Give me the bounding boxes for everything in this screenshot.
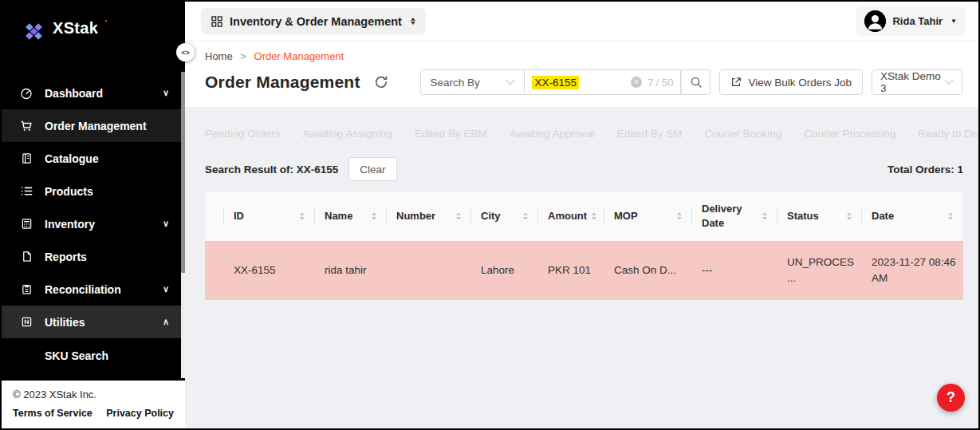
tab-awaiting-approval[interactable]: Awaiting Approval	[510, 128, 595, 140]
breadcrumb-separator: >	[240, 50, 246, 62]
sidebar-menu: Dashboard ∨ Order Management Catalogue	[2, 77, 185, 381]
cell-id: XX-6155	[224, 256, 315, 285]
tab-ready-to-dispatch[interactable]: Ready to Dispatch	[918, 128, 980, 140]
breadcrumb-current-link[interactable]: Order Management	[254, 50, 344, 62]
column-header-name[interactable]: Name	[315, 191, 387, 241]
sort-icon[interactable]	[842, 212, 852, 220]
sort-icon[interactable]	[518, 212, 528, 220]
cell-city: Lahore	[471, 256, 538, 285]
search-by-select[interactable]: Search By	[420, 69, 525, 95]
privacy-policy-link[interactable]: Privacy Policy	[106, 408, 174, 419]
brand-name: XStak	[53, 19, 98, 37]
tab-edited-by-sm[interactable]: Edited By SM	[617, 128, 683, 140]
brand-logo[interactable]: XStak'	[2, 2, 185, 77]
sidebar-footer: © 2023 XStak Inc. Terms of Service Priva…	[2, 381, 185, 428]
column-header-amount[interactable]: Amount	[538, 191, 604, 241]
search-input[interactable]: XX-6155 × 7 / 50	[525, 69, 681, 95]
tab-edited-by-ebm[interactable]: Edited By EBM	[415, 128, 487, 140]
table-header-row: ID Name Number City	[205, 191, 963, 241]
sort-icon[interactable]	[295, 212, 305, 220]
catalogue-icon	[20, 152, 33, 164]
sidebar-item-utilities[interactable]: Utilities ∧	[2, 306, 185, 338]
tab-courier-processing[interactable]: Courier Processing	[804, 128, 895, 140]
refresh-icon[interactable]	[374, 75, 388, 89]
chevron-down-icon: ∨	[163, 88, 169, 98]
column-header-mop[interactable]: MOP	[604, 191, 692, 241]
column-header-lead	[205, 191, 224, 241]
chevron-down-icon: ∨	[163, 219, 169, 229]
reports-file-icon	[20, 251, 33, 262]
sidebar-item-dashboard[interactable]: Dashboard ∨	[2, 77, 185, 109]
sidebar-item-products[interactable]: Products	[2, 175, 185, 207]
brand-mark: '	[105, 19, 107, 28]
user-name: Rida Tahir	[892, 15, 943, 27]
main-area: Inventory & Order Management Rida Tahir …	[185, 2, 978, 428]
cell-lead	[205, 264, 224, 277]
sidebar-collapse-toggle-button[interactable]: <>	[176, 43, 195, 61]
store-selector-value: XStak Demo 3	[880, 70, 944, 94]
sidebar-item-reconciliation[interactable]: Reconciliation ∨	[2, 273, 185, 306]
tab-awaiting-assigning[interactable]: Awaiting Assigning	[303, 128, 392, 140]
table-row[interactable]: XX-6155 rida tahir Lahore PKR 101 Cash O…	[205, 241, 963, 300]
utilities-sliders-icon	[20, 316, 33, 328]
char-counter: 7 / 50	[647, 77, 674, 89]
sort-icon[interactable]	[672, 212, 682, 220]
sidebar-item-sku-search[interactable]: SKU Search	[2, 338, 185, 373]
sidebar: XStak' Dashboard ∨ Order Management	[2, 2, 185, 428]
help-button[interactable]: ?	[937, 384, 965, 412]
sidebar-item-inventory[interactable]: Inventory ∨	[2, 207, 185, 240]
tab-courier-booking[interactable]: Courier Booking	[705, 128, 782, 140]
app-window: XStak' Dashboard ∨ Order Management	[0, 0, 980, 430]
products-list-icon	[20, 185, 33, 197]
select-updown-icon	[411, 18, 415, 25]
cart-icon	[20, 120, 33, 132]
store-selector[interactable]: XStak Demo 3	[872, 69, 962, 95]
chevron-down-icon: ∨	[163, 284, 169, 294]
sort-icon[interactable]	[758, 212, 767, 220]
inventory-icon	[20, 218, 33, 230]
cell-amount: PKR 101	[538, 256, 604, 285]
user-avatar	[864, 10, 886, 32]
content-area: Pending Orders Awaiting Assigning Edited…	[185, 107, 978, 428]
chevron-up-icon: ∧	[163, 317, 169, 327]
column-header-delivery-date[interactable]: Delivery Date	[692, 191, 777, 241]
sidebar-item-label: Order Management	[45, 120, 147, 132]
cell-name: rida tahir	[315, 256, 387, 285]
user-menu-button[interactable]: Rida Tahir ▼	[856, 6, 966, 36]
search-result-label: Search Result of: XX-6155	[205, 164, 338, 176]
sort-icon[interactable]	[943, 212, 953, 220]
sidebar-item-label: Inventory	[45, 218, 95, 231]
sidebar-item-reports[interactable]: Reports	[2, 240, 185, 273]
cell-mop: Cash On D...	[604, 256, 692, 285]
app-grid-icon	[211, 16, 222, 27]
column-header-status[interactable]: Status	[777, 191, 862, 241]
view-bulk-orders-job-button[interactable]: View Bulk Orders Job	[719, 69, 863, 95]
column-header-number[interactable]: Number	[387, 191, 471, 241]
sort-icon[interactable]	[367, 212, 376, 220]
tab-pending-orders[interactable]: Pending Orders	[205, 128, 281, 140]
user-caret-icon: ▼	[950, 18, 957, 25]
sidebar-item-label: Products	[45, 185, 93, 198]
page-title: Order Management	[205, 73, 360, 92]
search-button[interactable]	[681, 69, 710, 95]
breadcrumb: Home > Order Management	[205, 50, 962, 62]
app-selector-button[interactable]: Inventory & Order Management	[201, 8, 426, 34]
terms-of-service-link[interactable]: Terms of Service	[13, 408, 92, 419]
clear-input-icon[interactable]: ×	[631, 77, 642, 88]
breadcrumb-home-link[interactable]: Home	[205, 50, 233, 62]
sort-icon[interactable]	[451, 212, 461, 220]
clear-search-button[interactable]: Clear	[348, 157, 396, 181]
cell-status: UN_PROCES...	[777, 248, 862, 292]
xstak-logo-icon	[22, 20, 45, 43]
search-icon	[690, 76, 703, 89]
sidebar-item-label: Catalogue	[45, 152, 99, 165]
total-orders-label: Total Orders: 1	[888, 164, 963, 176]
sort-icon[interactable]	[587, 212, 596, 220]
sidebar-item-catalogue[interactable]: Catalogue	[2, 142, 185, 175]
column-header-date[interactable]: Date	[862, 191, 963, 241]
sidebar-item-order-management[interactable]: Order Management	[2, 109, 185, 142]
app-selector-label: Inventory & Order Management	[230, 15, 402, 28]
dashboard-icon	[20, 87, 33, 100]
column-header-id[interactable]: ID	[224, 191, 315, 241]
column-header-city[interactable]: City	[471, 191, 538, 241]
